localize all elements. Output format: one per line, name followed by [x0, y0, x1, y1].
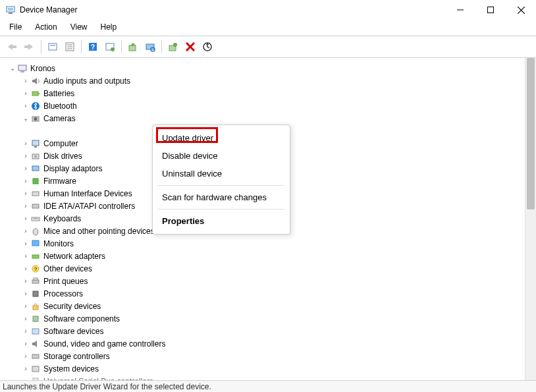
- chevron-right-icon[interactable]: ›: [21, 327, 30, 336]
- tree-category-print[interactable]: › Print queues: [8, 275, 525, 287]
- chevron-right-icon[interactable]: ›: [21, 89, 30, 98]
- action-button[interactable]: [101, 39, 119, 55]
- back-button[interactable]: [4, 39, 21, 55]
- svg-rect-10: [50, 45, 55, 46]
- menu-view[interactable]: View: [65, 21, 93, 33]
- chevron-right-icon[interactable]: ›: [21, 76, 30, 86]
- context-menu-separator: [158, 209, 284, 210]
- tree-category-network[interactable]: › Network adapters: [8, 250, 525, 262]
- toolbar-separator: [41, 40, 41, 53]
- tree-category-label: Firmware: [43, 177, 76, 186]
- tree-category-audio[interactable]: › Audio inputs and outputs: [8, 74, 525, 87]
- tree-category-software-devices[interactable]: › Software devices: [8, 325, 525, 337]
- show-hidden-button[interactable]: [44, 39, 61, 55]
- sound-icon: [30, 339, 41, 349]
- app-icon: [5, 5, 16, 15]
- tree-category-system[interactable]: › System devices: [8, 362, 525, 375]
- chevron-right-icon[interactable]: ›: [21, 264, 30, 273]
- speaker-icon: [30, 76, 41, 86]
- close-button[interactable]: [506, 0, 536, 20]
- keyboard-icon: [30, 213, 41, 224]
- chevron-right-icon[interactable]: ›: [21, 202, 30, 211]
- tree-category-label: Disk drives: [43, 152, 82, 161]
- tree-category-processors[interactable]: › Processors: [8, 287, 525, 300]
- properties-button[interactable]: [61, 39, 78, 55]
- tree-category-label: Human Interface Devices: [43, 189, 132, 198]
- storage-icon: [30, 351, 41, 362]
- chevron-right-icon[interactable]: ›: [21, 339, 30, 349]
- tree-category-cameras[interactable]: ⌄ Cameras: [8, 112, 525, 125]
- scan-hardware-button[interactable]: [142, 39, 159, 55]
- tree-root[interactable]: ⌄ Kronos: [8, 62, 525, 74]
- svg-rect-28: [20, 71, 24, 72]
- context-menu: Update driver Disable device Uninstall d…: [152, 125, 290, 235]
- chevron-right-icon[interactable]: ›: [21, 214, 30, 223]
- context-menu-properties[interactable]: Properties: [153, 212, 290, 230]
- monitor-icon: [30, 138, 41, 149]
- svg-text:?: ?: [34, 266, 38, 272]
- network-icon: [30, 251, 41, 262]
- update-driver-button[interactable]: [124, 39, 142, 55]
- enable-device-button[interactable]: [165, 39, 182, 55]
- chevron-right-icon[interactable]: ›: [21, 352, 30, 361]
- chevron-right-icon[interactable]: ›: [21, 139, 30, 148]
- tree-category-storage[interactable]: › Storage controllers: [8, 350, 525, 362]
- uninstall-device-button[interactable]: [182, 39, 199, 55]
- chevron-right-icon[interactable]: ›: [21, 252, 30, 261]
- scan-changes-button[interactable]: [199, 39, 216, 55]
- svg-rect-51: [32, 280, 39, 283]
- chevron-right-icon[interactable]: ›: [21, 152, 30, 161]
- tree-category-software-components[interactable]: › Software components: [8, 312, 525, 325]
- chevron-right-icon[interactable]: ›: [21, 227, 30, 236]
- svg-rect-7: [13, 45, 16, 48]
- chevron-right-icon[interactable]: ›: [21, 101, 30, 111]
- menu-file[interactable]: File: [4, 21, 27, 33]
- device-tree[interactable]: ⌄ Kronos › Audio inputs and outputs › Ba…: [0, 58, 525, 389]
- context-menu-disable-device[interactable]: Disable device: [153, 147, 290, 165]
- svg-rect-37: [34, 146, 37, 148]
- tree-category-bluetooth[interactable]: › Bluetooth: [8, 99, 525, 112]
- chevron-right-icon[interactable]: ›: [21, 189, 30, 198]
- menu-help[interactable]: Help: [95, 21, 122, 33]
- menu-action[interactable]: Action: [30, 21, 62, 33]
- svg-rect-56: [32, 329, 39, 334]
- svg-rect-57: [32, 354, 39, 358]
- context-menu-separator: [158, 185, 284, 186]
- context-menu-update-driver[interactable]: Update driver: [153, 129, 290, 147]
- chevron-right-icon[interactable]: ›: [21, 314, 30, 323]
- svg-rect-20: [146, 44, 154, 49]
- chevron-down-icon[interactable]: ⌄: [8, 64, 17, 73]
- tree-category-label: Keyboards: [43, 214, 81, 223]
- svg-point-39: [34, 155, 37, 157]
- tree-category-security[interactable]: › Security devices: [8, 300, 525, 312]
- svg-rect-19: [129, 45, 136, 51]
- tree-category-label: Other devices: [43, 264, 92, 273]
- status-bar: Launches the Update Driver Wizard for th…: [0, 380, 536, 392]
- titlebar-left: Device Manager: [5, 5, 77, 15]
- tree-category-batteries[interactable]: › Batteries: [8, 87, 525, 99]
- context-menu-scan-hardware[interactable]: Scan for hardware changes: [153, 188, 290, 206]
- chevron-right-icon[interactable]: ›: [21, 239, 30, 248]
- tree-category-label: Network adapters: [43, 252, 105, 261]
- svg-rect-8: [24, 45, 28, 48]
- forward-button[interactable]: [21, 39, 38, 55]
- chevron-right-icon[interactable]: ›: [21, 364, 30, 374]
- chevron-right-icon[interactable]: ›: [21, 177, 30, 186]
- scrollbar-thumb[interactable]: [527, 58, 535, 210]
- toolbar: ?: [0, 36, 536, 58]
- tree-category-monitors[interactable]: › Monitors: [8, 237, 525, 250]
- svg-point-33: [34, 117, 38, 121]
- tree-category-other[interactable]: › ? Other devices: [8, 262, 525, 275]
- chevron-right-icon[interactable]: ›: [21, 302, 30, 311]
- svg-rect-47: [32, 240, 39, 246]
- chevron-right-icon[interactable]: ›: [21, 164, 30, 173]
- minimize-button[interactable]: [445, 0, 475, 20]
- vertical-scrollbar[interactable]: [525, 58, 536, 389]
- chevron-right-icon[interactable]: ›: [21, 277, 30, 286]
- context-menu-uninstall-device[interactable]: Uninstall device: [153, 165, 290, 182]
- chevron-right-icon[interactable]: ›: [21, 289, 30, 298]
- chevron-down-icon[interactable]: ⌄: [21, 114, 30, 123]
- maximize-button[interactable]: [475, 0, 506, 20]
- tree-category-sound[interactable]: › Sound, video and game controllers: [8, 337, 525, 350]
- help-button[interactable]: ?: [84, 39, 101, 55]
